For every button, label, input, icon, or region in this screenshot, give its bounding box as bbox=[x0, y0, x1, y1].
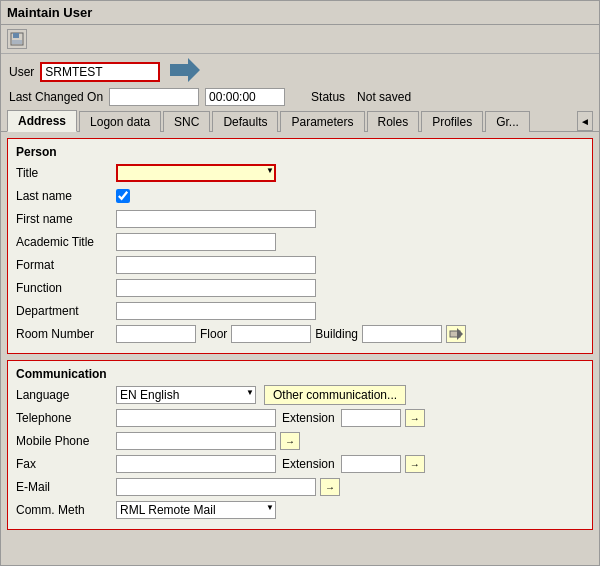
language-select[interactable]: EN English DE German FR French bbox=[116, 386, 256, 404]
person-section: Person Title Mr Ms Dr Last name bbox=[7, 138, 593, 354]
status-label: Status bbox=[311, 90, 345, 104]
lastname-label: Last name bbox=[16, 189, 116, 203]
language-label: Language bbox=[16, 388, 116, 402]
floor-label: Floor bbox=[200, 327, 227, 341]
svg-rect-2 bbox=[12, 40, 22, 44]
title-select[interactable]: Mr Ms Dr bbox=[116, 164, 276, 182]
tab-logon-data[interactable]: Logon data bbox=[79, 111, 161, 132]
mobile-row: Mobile Phone → bbox=[16, 431, 584, 451]
tab-defaults[interactable]: Defaults bbox=[212, 111, 278, 132]
email-input[interactable] bbox=[116, 478, 316, 496]
telephone-row: Telephone Extension → bbox=[16, 408, 584, 428]
fax-input[interactable] bbox=[116, 455, 276, 473]
function-label: Function bbox=[16, 281, 116, 295]
status-value: Not saved bbox=[351, 89, 417, 105]
department-input[interactable] bbox=[116, 302, 316, 320]
language-row: Language EN English DE German FR French … bbox=[16, 385, 584, 405]
telephone-input[interactable] bbox=[116, 409, 276, 427]
fax-arrow-btn[interactable]: → bbox=[405, 455, 425, 473]
function-input[interactable] bbox=[116, 279, 316, 297]
fax-label: Fax bbox=[16, 457, 116, 471]
email-row: E-Mail → bbox=[16, 477, 584, 497]
comm-meth-row: Comm. Meth RML Remote Mail INT Internet bbox=[16, 500, 584, 520]
person-section-title: Person bbox=[16, 145, 584, 159]
other-comm-btn[interactable]: Other communication... bbox=[264, 385, 406, 405]
room-row: Room Number Floor Building bbox=[16, 324, 584, 344]
room-label: Room Number bbox=[16, 327, 116, 341]
function-row: Function bbox=[16, 278, 584, 298]
tab-address[interactable]: Address bbox=[7, 110, 77, 132]
title-select-wrapper: Mr Ms Dr bbox=[116, 164, 276, 182]
comm-meth-label: Comm. Meth bbox=[16, 503, 116, 517]
format-row: Format bbox=[16, 255, 584, 275]
form-header: User Last Changed On Status Not saved bbox=[1, 54, 599, 109]
fax-row: Fax Extension → bbox=[16, 454, 584, 474]
tab-roles[interactable]: Roles bbox=[367, 111, 420, 132]
user-label: User bbox=[9, 65, 34, 79]
svg-marker-3 bbox=[170, 58, 200, 82]
tab-profiles[interactable]: Profiles bbox=[421, 111, 483, 132]
title-bar: Maintain User bbox=[1, 1, 599, 25]
mobile-label: Mobile Phone bbox=[16, 434, 116, 448]
comm-section-title: Communication bbox=[16, 367, 584, 381]
last-changed-date[interactable] bbox=[109, 88, 199, 106]
tel-arrow-btn[interactable]: → bbox=[405, 409, 425, 427]
comm-meth-select-wrapper: RML Remote Mail INT Internet bbox=[116, 501, 276, 519]
comm-meth-select[interactable]: RML Remote Mail INT Internet bbox=[116, 501, 276, 519]
tel-ext-input[interactable] bbox=[341, 409, 401, 427]
building-label: Building bbox=[315, 327, 358, 341]
format-input[interactable] bbox=[116, 256, 316, 274]
save-icon[interactable] bbox=[7, 29, 27, 49]
tab-scroll-btn[interactable]: ◄ bbox=[577, 111, 593, 131]
lastname-checkbox[interactable] bbox=[116, 189, 130, 203]
title-label: Title bbox=[16, 166, 116, 180]
time-input[interactable] bbox=[205, 88, 285, 106]
svg-marker-5 bbox=[457, 328, 463, 340]
mobile-arrow-btn[interactable]: → bbox=[280, 432, 300, 450]
title-row: Title Mr Ms Dr bbox=[16, 163, 584, 183]
telephone-label: Telephone bbox=[16, 411, 116, 425]
main-content: Person Title Mr Ms Dr Last name bbox=[1, 132, 599, 565]
email-arrow-btn[interactable]: → bbox=[320, 478, 340, 496]
tel-ext-label: Extension bbox=[282, 411, 335, 425]
window-title: Maintain User bbox=[7, 5, 92, 20]
svg-rect-1 bbox=[13, 33, 19, 38]
firstname-row: First name bbox=[16, 209, 584, 229]
lastname-row: Last name bbox=[16, 186, 584, 206]
floor-input[interactable] bbox=[231, 325, 311, 343]
room-action-btn[interactable] bbox=[446, 325, 466, 343]
academic-title-label: Academic Title bbox=[16, 235, 116, 249]
last-changed-label: Last Changed On bbox=[9, 90, 103, 104]
building-input[interactable] bbox=[362, 325, 442, 343]
mobile-input[interactable] bbox=[116, 432, 276, 450]
toolbar bbox=[1, 25, 599, 54]
user-input[interactable] bbox=[40, 62, 160, 82]
main-window: Maintain User User Last Changed On bbox=[0, 0, 600, 566]
academic-title-row: Academic Title bbox=[16, 232, 584, 252]
language-select-wrapper: EN English DE German FR French bbox=[116, 386, 256, 404]
department-row: Department bbox=[16, 301, 584, 321]
format-label: Format bbox=[16, 258, 116, 272]
communication-section: Communication Language EN English DE Ger… bbox=[7, 360, 593, 530]
tabs-row: Address Logon data SNC Defaults Paramete… bbox=[1, 109, 599, 132]
academic-title-input[interactable] bbox=[116, 233, 276, 251]
firstname-label: First name bbox=[16, 212, 116, 226]
tab-parameters[interactable]: Parameters bbox=[280, 111, 364, 132]
fax-ext-label: Extension bbox=[282, 457, 335, 471]
room-input[interactable] bbox=[116, 325, 196, 343]
email-label: E-Mail bbox=[16, 480, 116, 494]
firstname-input[interactable] bbox=[116, 210, 316, 228]
tab-gr[interactable]: Gr... bbox=[485, 111, 530, 132]
fax-ext-input[interactable] bbox=[341, 455, 401, 473]
department-label: Department bbox=[16, 304, 116, 318]
tab-snc[interactable]: SNC bbox=[163, 111, 210, 132]
